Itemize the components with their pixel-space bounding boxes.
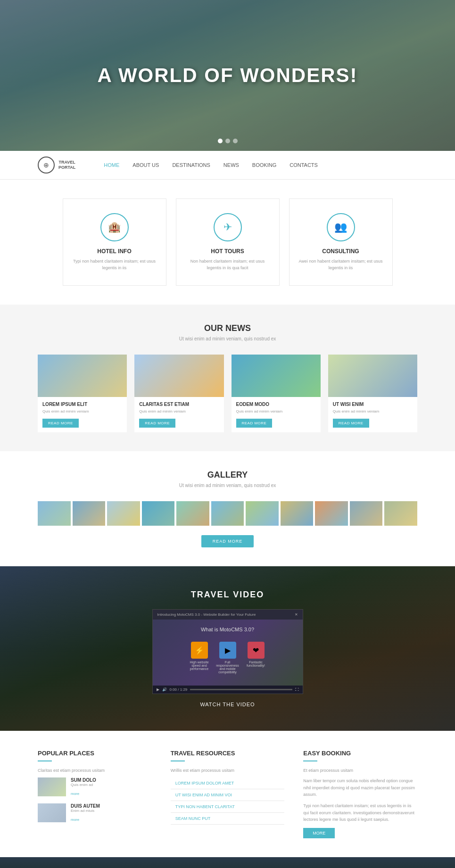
booking-title: EASY BOOKING [303, 750, 417, 757]
video-feature-text-1: High website speed and performance [185, 661, 214, 670]
resources-title: TRAVEL RESOURCES [171, 750, 285, 757]
play-icon[interactable]: ▶ [219, 642, 236, 659]
video-feature-3: ❤ Fantastic functionality! [242, 642, 270, 674]
video-feature-text-2: Full responsiveness and mobile compatibi… [214, 661, 242, 674]
gallery-thumb-10[interactable] [350, 501, 383, 526]
resource-link-3[interactable]: TYPI NON HABENT CLARITAT [171, 801, 285, 813]
resource-link-1[interactable]: LOREM IPSUM DOLOR AMET [171, 777, 285, 789]
news-title: OUR NEWS [38, 323, 417, 333]
easy-booking-col: EASY BOOKING Et etiam processus usitam N… [303, 750, 417, 838]
news-read-more-1[interactable]: READ MORE [42, 419, 79, 428]
consulting-title: CONSULTING [322, 248, 359, 255]
gallery-subtitle: Ut wisi enim ad minim veniam, quis nostr… [38, 483, 417, 488]
video-close-icon[interactable]: ✕ [295, 612, 298, 617]
gallery-thumb-1[interactable] [38, 501, 71, 526]
video-feature-text-3: Fantastic functionality! [242, 661, 270, 667]
video-features: ⚡ High website speed and performance ▶ F… [181, 637, 275, 678]
popular-more-1[interactable]: more [71, 792, 79, 796]
news-card-title-1: LOREM IPSUM ELIT [42, 402, 122, 407]
popular-places-col: POPULAR PLACES Claritas est etiam proces… [38, 750, 152, 838]
hotel-title: HOTEL INFO [97, 248, 131, 255]
popular-divider [38, 761, 52, 761]
nav-home[interactable]: HOME [104, 162, 119, 168]
gallery-thumb-4[interactable] [142, 501, 175, 526]
logo-text: TRAVEL PORTAL [58, 160, 75, 170]
popular-title: POPULAR PLACES [38, 750, 152, 757]
video-progress-bar[interactable] [190, 689, 292, 690]
popular-more-2[interactable]: more [71, 818, 79, 822]
gallery-thumb-11[interactable] [384, 501, 417, 526]
gallery-thumb-3[interactable] [107, 501, 140, 526]
news-card-desc-1: Quis enim ad minim veniam [42, 409, 122, 414]
hotel-icon: 🏨 [100, 213, 129, 241]
popular-desc-1: Quis enim ad [71, 783, 96, 787]
video-inner-title: What is MotoCMS 3.0? [181, 627, 275, 632]
news-read-more-2[interactable]: READ MORE [139, 419, 175, 428]
nav-news[interactable]: NEWS [223, 162, 239, 168]
popular-name-1: SUM DOLO [71, 777, 96, 783]
logo: ⊕ TRAVEL PORTAL [38, 157, 75, 174]
hero-section: A WORLD OF WONDERS! [0, 0, 455, 151]
gallery-thumb-9[interactable] [315, 501, 348, 526]
video-fullscreen-icon[interactable]: ⛶ [295, 687, 299, 692]
video-feature-2: ▶ Full responsiveness and mobile compati… [214, 642, 242, 674]
news-card-title-4: UT WISI ENIM [333, 402, 413, 407]
navbar: ⊕ TRAVEL PORTAL HOME ABOUT US DESTINATIO… [0, 151, 455, 180]
resources-subtitle: Wrillis est etiam processus usitam [171, 768, 285, 773]
popular-item-1: SUM DOLO Quis enim ad more [38, 777, 152, 797]
video-play-control[interactable]: ▶ [157, 687, 159, 692]
resources-divider [171, 761, 185, 761]
video-controls: ▶ 🔊 0:00 / 1:29 ⛶ [153, 686, 303, 694]
news-card-1: LOREM IPSUM ELIT Quis enim ad minim veni… [38, 355, 127, 432]
news-grid: LOREM IPSUM ELIT Quis enim ad minim veni… [38, 355, 417, 432]
nav-contacts[interactable]: CONTACTS [290, 162, 318, 168]
video-header: Introducing MotoCMS 3.0 - Website Builde… [153, 610, 303, 620]
news-card-4: UT WISI ENIM Quis enim ad minim veniam R… [328, 355, 417, 432]
gallery-thumb-5[interactable] [176, 501, 209, 526]
hero-dot-2[interactable] [225, 139, 230, 143]
hero-dot-1[interactable] [218, 139, 223, 143]
booking-more-button[interactable]: MORE [303, 828, 335, 838]
news-card-3: EODEM MODO Quis enim ad minim veniam REA… [232, 355, 321, 432]
gallery-thumb-7[interactable] [246, 501, 279, 526]
news-read-more-3[interactable]: READ MORE [236, 419, 273, 428]
video-duration: 0:00 / 1:29 [170, 687, 188, 692]
gallery-thumb-6[interactable] [211, 501, 244, 526]
news-card-desc-4: Quis enim ad minim veniam [333, 409, 413, 414]
news-read-more-4[interactable]: READ MORE [333, 419, 369, 428]
video-content: TRAVEL VIDEO Introducing MotoCMS 3.0 - W… [38, 590, 417, 707]
nav-about[interactable]: ABOUT US [132, 162, 159, 168]
lightning-icon: ⚡ [191, 642, 208, 659]
news-subtitle: Ut wisi enim ad minim veniam, quis nostr… [38, 336, 417, 341]
gallery-thumb-8[interactable] [281, 501, 314, 526]
tours-title: HOT TOURS [211, 248, 244, 255]
video-inner: What is MotoCMS 3.0? ⚡ High website spee… [153, 620, 303, 686]
news-section: OUR NEWS Ut wisi enim ad minim veniam, q… [0, 305, 455, 451]
popular-item-2: DUIS AUTEM Enim ad miuis more [38, 803, 152, 823]
features-section: 🏨 HOTEL INFO Typi non habent claritatem … [0, 180, 455, 305]
resource-link-4[interactable]: SEAM NUNC PUT [171, 813, 285, 825]
popular-info-2: DUIS AUTEM Enim ad miuis more [71, 803, 100, 823]
hero-dots [218, 139, 238, 143]
nav-booking[interactable]: BOOKING [252, 162, 276, 168]
watch-video-label[interactable]: WATCH THE VIDEO [38, 702, 417, 707]
consulting-desc: Awei non habent claritatem insitam; est … [299, 258, 383, 271]
gallery-section: GALLERY Ut wisi enim ad minim veniam, qu… [0, 451, 455, 566]
booking-text-2: Typi non habent claritatem insitam; est … [303, 802, 417, 823]
hotel-desc: Typi non habent claritatem insitam; est … [73, 258, 157, 271]
popular-name-2: DUIS AUTEM [71, 803, 100, 809]
consulting-icon: 👥 [327, 213, 355, 241]
popular-thumb-2 [38, 803, 66, 822]
news-image-4 [328, 355, 417, 397]
news-card-desc-2: Quis enim ad minim veniam [139, 409, 219, 414]
video-volume-icon[interactable]: 🔊 [162, 687, 167, 692]
popular-desc-2: Enim ad miuis [71, 809, 100, 813]
gallery-thumb-2[interactable] [73, 501, 106, 526]
nav-destinations[interactable]: DESTINATIONS [172, 162, 210, 168]
resource-link-2[interactable]: UT WISI ENIM AD MINIM VOI [171, 789, 285, 801]
heart-icon: ❤ [248, 642, 265, 659]
hero-title: A WORLD OF WONDERS! [97, 64, 357, 87]
gallery-read-more-button[interactable]: READ MORE [201, 535, 254, 547]
hero-dot-3[interactable] [233, 139, 238, 143]
feature-hotel: 🏨 HOTEL INFO Typi non habent claritatem … [63, 198, 166, 286]
